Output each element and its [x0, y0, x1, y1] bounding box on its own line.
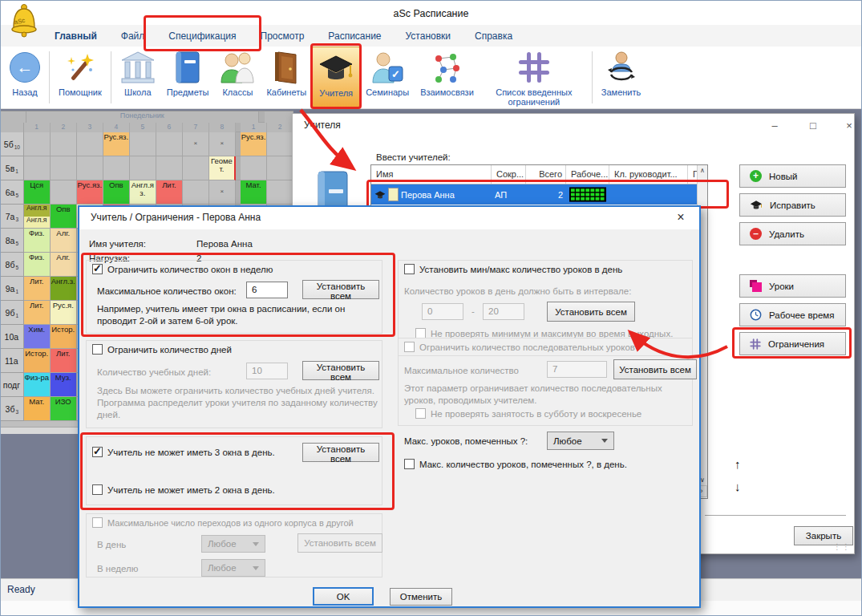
timetable-cell[interactable]	[130, 132, 156, 156]
max-windows-input[interactable]: 6	[246, 282, 288, 298]
maximize-button[interactable]: □	[800, 117, 826, 135]
timetable-cell[interactable]	[130, 156, 156, 180]
timetable-cell[interactable]: Опв	[103, 180, 130, 205]
timetable-cell[interactable]	[51, 132, 77, 156]
building-moves-checkbox[interactable]	[92, 517, 103, 528]
toolbar-back-button[interactable]: ← Назад	[4, 47, 46, 108]
timetable-cell[interactable]: Мат.	[24, 397, 51, 421]
timetable-cell[interactable]: Лит.	[51, 349, 77, 373]
set-all-minmax-button[interactable]: Установить всем	[547, 302, 635, 322]
scroll-up-icon[interactable]: ∧	[698, 167, 707, 174]
consecutive-max-input[interactable]: 7	[547, 361, 607, 378]
constraints-button[interactable]: Ограничения	[739, 332, 846, 355]
timetable-cell[interactable]: ×	[209, 180, 236, 205]
class-label[interactable]: 8а5	[1, 229, 24, 253]
no-2-windows-checkbox[interactable]	[92, 484, 103, 495]
saturday-sunday-checkbox[interactable]	[415, 408, 426, 419]
timetable-cell[interactable]: Англ.яАнгл.я	[24, 205, 51, 229]
timetable-cell[interactable]: Хим.	[24, 325, 51, 349]
timetable-cell[interactable]: Цся	[24, 180, 51, 205]
col-class-teacher[interactable]: Кл. руководит...	[609, 165, 688, 184]
timetable-cell[interactable]: Лит.	[156, 180, 183, 205]
set-all-moves-button[interactable]: Установить всем	[297, 533, 382, 553]
timetable-cell[interactable]: Алг.	[51, 253, 77, 277]
days-count-input[interactable]: 10	[246, 363, 288, 379]
class-label[interactable]: 8б5	[1, 253, 24, 277]
menu-item-specification[interactable]: Спецификация	[156, 26, 248, 46]
class-label[interactable]: 7а3	[1, 205, 24, 229]
timetable-cell[interactable]: Англ.яз.	[130, 180, 156, 205]
question-day-checkbox[interactable]	[404, 459, 415, 469]
toolbar-classes-button[interactable]: Классы	[214, 47, 261, 108]
set-all-consecutive-button[interactable]: Установить всем	[613, 359, 697, 379]
ok-button[interactable]: OK	[313, 587, 374, 606]
close-icon[interactable]: ×	[669, 209, 693, 227]
resize-grip[interactable]: ⋮⋮	[833, 542, 851, 551]
timetable-cell[interactable]	[77, 132, 103, 156]
timetable-cell[interactable]: Англ.з.	[51, 277, 77, 301]
move-up-icon[interactable]: ↑	[735, 457, 741, 471]
class-label[interactable]: подг	[1, 373, 24, 397]
toolbar-school-button[interactable]: Школа	[115, 47, 161, 108]
timetable-cell[interactable]: Физ.	[24, 229, 51, 253]
timetable-cell[interactable]	[51, 156, 77, 180]
new-button[interactable]: + Новый	[739, 164, 846, 188]
col-short[interactable]: Сокр...	[492, 165, 526, 184]
class-label[interactable]: 9а1	[1, 277, 24, 301]
timetable-cell[interactable]: Муз.	[51, 373, 77, 397]
move-down-icon[interactable]: ↓	[735, 480, 741, 493]
col-total[interactable]: Всего	[526, 165, 566, 184]
class-label[interactable]: 9б1	[1, 301, 24, 325]
timetable-cell[interactable]	[77, 156, 103, 180]
minimize-button[interactable]: –	[762, 117, 787, 135]
toolbar-replace-button[interactable]: Заменить	[596, 47, 646, 108]
timetable-cell[interactable]	[24, 156, 51, 180]
timetable-cell[interactable]: ×	[183, 132, 209, 156]
class-label[interactable]: 5в1	[1, 156, 24, 180]
toolbar-seminars-button[interactable]: ✓ Семинары	[360, 47, 415, 108]
timetable-cell[interactable]	[103, 156, 130, 180]
timetable-cell[interactable]	[156, 156, 183, 180]
timetable-cell[interactable]	[51, 180, 77, 205]
timetable-cell[interactable]: Физ-ра	[24, 373, 51, 397]
class-label[interactable]: 11а	[1, 349, 24, 373]
timetable-cell[interactable]: Рус.яз.	[77, 180, 103, 205]
set-all-windows-day-button[interactable]: Установить всем	[302, 443, 379, 462]
timetable-cell[interactable]: ИЗО	[51, 397, 77, 421]
timetable-cell[interactable]	[156, 132, 183, 156]
menu-item-timetable[interactable]: Расписание	[316, 26, 393, 46]
menu-item-help[interactable]: Справка	[463, 26, 524, 46]
toolbar-relations-button[interactable]: Взаимосвязи	[415, 47, 480, 108]
class-label[interactable]: 3б3	[1, 397, 24, 421]
timetable-cell[interactable]: Рус.я.	[51, 301, 77, 325]
col-worktime[interactable]: Рабоче...	[566, 165, 609, 184]
toolbar-wizard-button[interactable]: Помощник	[53, 47, 107, 108]
menu-item-file[interactable]: Файл	[109, 26, 157, 46]
timetable-cell[interactable]: Рус.яз.	[103, 132, 130, 156]
teacher-row[interactable]: Перова Анна АП 2	[371, 184, 707, 205]
menu-item-main[interactable]: Главный	[42, 26, 109, 46]
consecutive-checkbox[interactable]	[404, 342, 415, 352]
class-label[interactable]: 10а	[1, 325, 24, 349]
edit-button[interactable]: Исправить	[739, 193, 846, 217]
class-label[interactable]: 5б10	[1, 132, 24, 156]
timetable-cell[interactable]	[267, 156, 293, 180]
per-day-combo[interactable]: Любое	[201, 535, 265, 553]
days-limit-checkbox[interactable]	[92, 344, 103, 355]
windows-week-checkbox[interactable]	[92, 264, 103, 274]
min-input[interactable]: 0	[422, 303, 463, 320]
worktime-button[interactable]: Рабочее время	[739, 303, 846, 326]
timetable-cell[interactable]: Истор.	[24, 349, 51, 373]
col-name[interactable]: Имя	[371, 165, 492, 184]
timetable-cell[interactable]	[241, 156, 267, 180]
max-input[interactable]: 20	[483, 303, 524, 320]
timetable-cell[interactable]	[183, 156, 209, 180]
timetable-cell[interactable]: Геомет.	[209, 156, 236, 180]
toolbar-teachers-button[interactable]: Учителя	[312, 47, 360, 108]
set-all-windows-week-button[interactable]: Установить всем	[302, 280, 379, 299]
timetable-cell[interactable]: Истор.	[51, 325, 77, 349]
timetable-cell[interactable]	[267, 180, 293, 205]
per-week-combo[interactable]: Любое	[201, 559, 265, 577]
cancel-button[interactable]: Отменить	[390, 588, 452, 606]
timetable-cell[interactable]	[267, 132, 293, 156]
